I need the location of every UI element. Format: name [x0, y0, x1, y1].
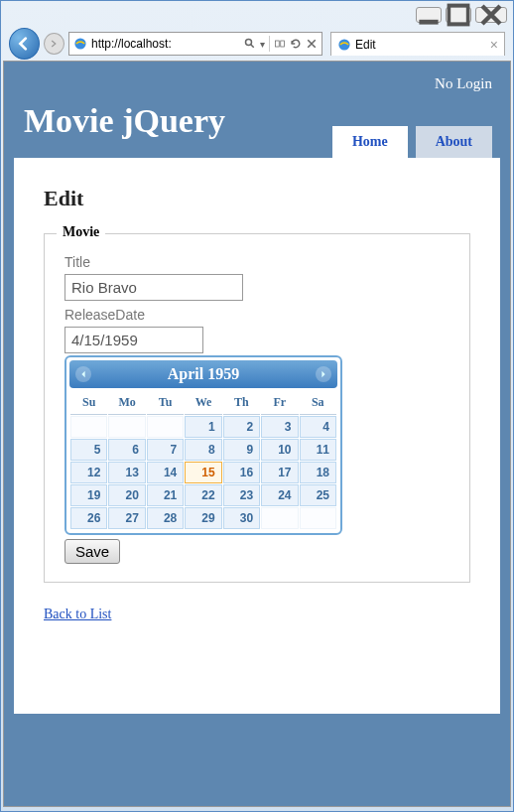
datepicker-day[interactable]: 12: [70, 462, 107, 483]
app-container: No Login Movie jQuery Home About Edit Mo…: [4, 62, 510, 806]
datepicker-dayheader: Th: [223, 391, 260, 415]
tab-close-icon[interactable]: ×: [490, 37, 498, 53]
arrow-left-icon: [15, 35, 33, 53]
datepicker-day[interactable]: 3: [261, 416, 298, 438]
svg-rect-4: [276, 41, 280, 47]
datepicker-dayheader: Su: [70, 391, 107, 415]
datepicker-day[interactable]: 4: [300, 416, 336, 438]
login-status[interactable]: No Login: [14, 71, 500, 96]
datepicker-day[interactable]: 26: [70, 507, 107, 529]
datepicker-dayheader: Mo: [108, 391, 145, 415]
browser-toolbar: ▾ Edit ×: [3, 27, 511, 61]
datepicker-day[interactable]: 11: [300, 439, 336, 461]
datepicker-day[interactable]: 24: [261, 484, 298, 506]
nav-about[interactable]: About: [416, 126, 492, 158]
datepicker-day[interactable]: 18: [300, 462, 336, 483]
datepicker-day[interactable]: 15: [185, 462, 221, 483]
ie-logo-icon: [337, 38, 351, 52]
address-bar[interactable]: ▾: [68, 32, 322, 56]
datepicker-dayheader: Sa: [300, 391, 336, 415]
datepicker-day[interactable]: 23: [223, 484, 260, 506]
svg-rect-0: [419, 20, 438, 25]
chevron-right-icon: [320, 370, 327, 378]
datepicker-month: April 1959: [168, 365, 239, 382]
nav-back-button[interactable]: [9, 28, 40, 60]
nav-tabs: Home About: [332, 126, 500, 158]
datepicker-day[interactable]: 8: [185, 439, 221, 461]
movie-fieldset: Movie Title ReleaseDate April 1959 SuMoT…: [44, 233, 470, 583]
url-input[interactable]: [91, 37, 240, 51]
datepicker-header: April 1959: [69, 360, 337, 388]
datepicker-dayheader: Fr: [261, 391, 298, 415]
datepicker-blank: [147, 416, 184, 438]
datepicker-day[interactable]: 19: [70, 484, 107, 506]
datepicker-day[interactable]: 13: [108, 462, 145, 483]
app-title: Movie jQuery: [14, 96, 235, 158]
datepicker-day[interactable]: 20: [108, 484, 145, 506]
page-heading: Edit: [44, 186, 470, 211]
datepicker-blank: [108, 416, 145, 438]
svg-rect-1: [449, 5, 467, 24]
stop-icon[interactable]: [306, 38, 318, 50]
datepicker-day[interactable]: 22: [185, 484, 221, 506]
datepicker-day[interactable]: 1: [185, 416, 221, 438]
svg-point-3: [246, 40, 252, 46]
close-button[interactable]: [475, 7, 507, 23]
fieldset-legend: Movie: [57, 224, 105, 240]
chevron-left-icon: [79, 370, 87, 378]
browser-tab[interactable]: Edit ×: [330, 32, 505, 56]
title-input[interactable]: [64, 274, 243, 301]
search-icon[interactable]: [244, 38, 256, 50]
datepicker-day[interactable]: 27: [108, 507, 145, 529]
datepicker-day[interactable]: 30: [223, 507, 260, 529]
datepicker-dayheader: We: [185, 391, 221, 415]
minimize-button[interactable]: [416, 7, 442, 23]
releasedate-label: ReleaseDate: [64, 307, 450, 323]
save-button[interactable]: Save: [64, 539, 120, 564]
back-to-list-link[interactable]: Back to List: [44, 607, 111, 622]
title-label: Title: [64, 254, 450, 270]
datepicker-blank: [261, 507, 298, 529]
datepicker-day[interactable]: 2: [223, 416, 260, 438]
datepicker-day[interactable]: 21: [147, 484, 184, 506]
datepicker-dayheader: Tu: [147, 391, 184, 415]
datepicker-day[interactable]: 10: [261, 439, 298, 461]
app-header: Movie jQuery Home About: [14, 96, 500, 158]
tab-strip: Edit ×: [330, 32, 505, 56]
titlebar: [3, 3, 511, 27]
datepicker-grid: SuMoTuWeThFrSa 1234567891011121314151617…: [69, 390, 337, 530]
nav-forward-button[interactable]: [44, 33, 64, 55]
datepicker-next[interactable]: [316, 366, 331, 382]
datepicker-day[interactable]: 25: [300, 484, 336, 506]
ie-logo-icon: [73, 37, 87, 51]
nav-home[interactable]: Home: [332, 126, 408, 158]
datepicker-day[interactable]: 5: [70, 439, 107, 461]
datepicker-day[interactable]: 16: [223, 462, 260, 483]
datepicker-day[interactable]: 9: [223, 439, 260, 461]
window-frame: ▾ Edit × No Login Movie jQuery Home Abou…: [0, 0, 514, 812]
datepicker-day[interactable]: 6: [108, 439, 145, 461]
releasedate-input[interactable]: [64, 327, 203, 353]
datepicker-day[interactable]: 7: [147, 439, 184, 461]
page-viewport: No Login Movie jQuery Home About Edit Mo…: [3, 61, 511, 807]
datepicker: April 1959 SuMoTuWeThFrSa 12345678910111…: [64, 355, 342, 535]
datepicker-prev[interactable]: [75, 366, 91, 382]
datepicker-blank: [70, 416, 107, 438]
content-card: Edit Movie Title ReleaseDate April 1959: [14, 158, 500, 714]
datepicker-day[interactable]: 14: [147, 462, 184, 483]
arrow-right-icon: [48, 38, 60, 50]
compat-icon[interactable]: [274, 38, 286, 50]
datepicker-blank: [300, 507, 336, 529]
refresh-icon[interactable]: [290, 38, 302, 50]
maximize-button[interactable]: [446, 7, 471, 23]
datepicker-day[interactable]: 29: [185, 507, 221, 529]
svg-rect-5: [281, 41, 285, 47]
datepicker-day[interactable]: 17: [261, 462, 298, 483]
tab-title: Edit: [355, 38, 376, 52]
datepicker-day[interactable]: 28: [147, 507, 184, 529]
